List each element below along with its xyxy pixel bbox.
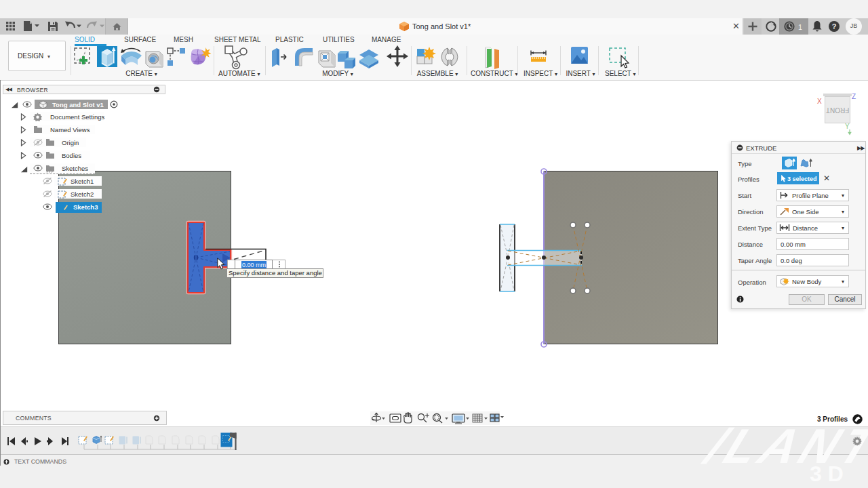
svg-text:1: 1 [798, 23, 802, 31]
svg-text:?: ? [832, 22, 837, 30]
